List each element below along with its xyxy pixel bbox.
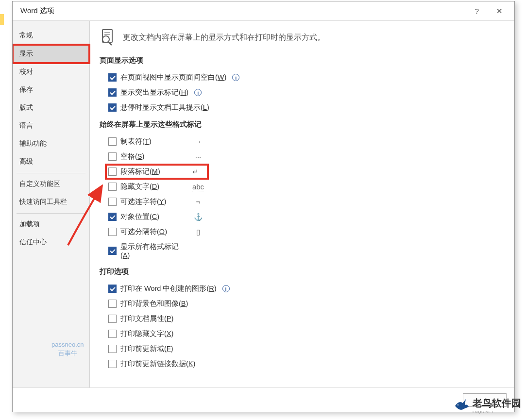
checkbox-tabs[interactable] <box>108 137 117 146</box>
content-description: 更改文档内容在屏幕上的显示方式和在打印时的显示方式。 <box>123 33 325 43</box>
option-drawings: 打印在 Word 中创建的图形(R)i <box>108 284 503 293</box>
option-white-space: 在页面视图中显示页面间空白(W)i <box>108 73 503 82</box>
sidebar-separator <box>17 213 85 214</box>
sidebar-item-display[interactable]: 显示 <box>13 45 89 63</box>
option-label[interactable]: 悬停时显示文档工具提示(L) <box>120 103 209 112</box>
checkbox-paragraph[interactable] <box>108 168 117 176</box>
watermark-left: passneo.cn 百事牛 <box>51 340 84 358</box>
sidebar-item-customize-ribbon[interactable]: 自定义功能区 <box>13 175 89 193</box>
option-label[interactable]: 空格(S) <box>120 152 144 161</box>
option-label[interactable]: 在页面视图中显示页面间空白(W) <box>120 73 226 82</box>
format-symbol: abc <box>191 183 205 191</box>
option-hidden-text: 隐藏文字(D)abc <box>108 182 205 191</box>
info-icon[interactable]: i <box>222 285 230 292</box>
option-label[interactable]: 打印文档属性(P) <box>120 314 173 323</box>
sidebar-item-accessibility[interactable]: 辅助功能 <box>13 135 89 153</box>
option-update-fields: 打印前更新域(F) <box>108 344 503 353</box>
watermark-left-line1: passneo.cn <box>51 340 84 349</box>
checkbox-spaces[interactable] <box>108 152 117 161</box>
format-symbol: ▯ <box>191 228 205 236</box>
sidebar-item-quick-access[interactable]: 快速访问工具栏 <box>13 193 89 211</box>
checkbox-object-anchors[interactable] <box>108 213 117 221</box>
sidebar-separator <box>17 173 85 173</box>
option-background: 打印背景色和图像(B) <box>108 299 503 308</box>
option-properties: 打印文档属性(P) <box>108 314 503 323</box>
content-header: 更改文档内容在屏幕上的显示方式和在打印时的显示方式。 <box>100 29 503 46</box>
option-update-links: 打印前更新链接数据(K) <box>108 359 503 369</box>
sidebar-item-addins[interactable]: 加载项 <box>13 216 89 234</box>
checkbox-show-all[interactable] <box>108 247 117 255</box>
option-label[interactable]: 显示突出显示标记(H) <box>120 88 188 97</box>
sidebar-item-save[interactable]: 保存 <box>13 81 89 99</box>
checkbox-optional-hyphens[interactable] <box>108 198 117 206</box>
option-label[interactable]: 显示所有格式标记(A) <box>120 242 187 259</box>
bird-icon <box>453 398 470 413</box>
checkbox-hidden[interactable] <box>108 330 117 338</box>
section-title-page-display: 页面显示选项 <box>100 56 503 65</box>
option-tooltips: 悬停时显示文档工具提示(L) <box>108 103 503 112</box>
background-yellow-marker <box>0 14 4 25</box>
checkbox-highlighter[interactable] <box>108 88 117 97</box>
format-symbol: → <box>191 137 205 146</box>
sidebar-item-advanced[interactable]: 高级 <box>13 153 89 171</box>
sidebar-item-trust-center[interactable]: 信任中心 <box>13 234 89 252</box>
sidebar-item-general[interactable]: 常规 <box>13 27 89 45</box>
option-label[interactable]: 隐藏文字(D) <box>120 182 159 191</box>
option-label[interactable]: 打印在 Word 中创建的图形(R) <box>120 284 217 293</box>
sidebar-item-language[interactable]: 语言 <box>13 117 89 135</box>
checkbox-optional-breaks[interactable] <box>108 228 117 236</box>
option-optional-breaks: 可选分隔符(O)▯ <box>108 227 205 236</box>
option-object-anchors: 对象位置(C)⚓ <box>108 212 205 221</box>
dialog-footer <box>13 387 514 412</box>
checkbox-background[interactable] <box>108 300 117 308</box>
option-highlighter: 显示突出显示标记(H)i <box>108 88 503 97</box>
sidebar-item-proofing[interactable]: 校对 <box>13 63 89 81</box>
option-label[interactable]: 可选连字符(Y) <box>120 197 166 206</box>
option-hidden: 打印隐藏文字(X) <box>108 329 503 338</box>
close-button[interactable]: ✕ <box>488 1 510 21</box>
watermark-right: 老鸟软件园 LNQS.NET <box>453 397 521 414</box>
checkbox-properties[interactable] <box>108 315 117 323</box>
format-symbol: ¬ <box>191 198 205 206</box>
titlebar: Word 选项 ? ✕ <box>13 1 514 21</box>
watermark-right-sub: LNQS.NET <box>473 410 521 414</box>
checkbox-tooltips[interactable] <box>108 103 117 112</box>
background-stub <box>0 0 4 420</box>
format-symbol: ⚓ <box>191 213 205 221</box>
checkbox-update-fields[interactable] <box>108 345 117 353</box>
content-pane: 更改文档内容在屏幕上的显示方式和在打印时的显示方式。 页面显示选项 在页面视图中… <box>90 21 514 387</box>
option-label[interactable]: 打印背景色和图像(B) <box>120 299 188 308</box>
word-options-dialog: Word 选项 ? ✕ 常规 显示 校对 保存 版式 语言 辅助功能 高级 自定… <box>12 1 515 412</box>
option-tabs: 制表符(T)→ <box>108 137 205 146</box>
option-paragraph: 段落标记(M)↵ <box>108 167 205 176</box>
option-label[interactable]: 打印前更新域(F) <box>120 344 173 353</box>
checkbox-drawings[interactable] <box>108 285 117 293</box>
option-spaces: 空格(S)··· <box>108 152 205 161</box>
section-title-formatting-marks: 始终在屏幕上显示这些格式标记 <box>100 120 503 129</box>
checkbox-update-links[interactable] <box>108 360 117 368</box>
watermark-left-line2: 百事牛 <box>51 349 84 358</box>
option-label[interactable]: 打印前更新链接数据(K) <box>120 359 195 369</box>
option-show-all: 显示所有格式标记(A) <box>108 242 205 259</box>
sidebar-item-layout[interactable]: 版式 <box>13 99 89 117</box>
section-title-printing: 打印选项 <box>100 267 503 276</box>
format-symbol: ··· <box>191 152 205 161</box>
format-symbol: ↵ <box>188 168 203 176</box>
option-optional-hyphens: 可选连字符(Y)¬ <box>108 197 205 206</box>
option-label[interactable]: 打印隐藏文字(X) <box>120 329 173 338</box>
dialog-body: 常规 显示 校对 保存 版式 语言 辅助功能 高级 自定义功能区 快速访问工具栏… <box>13 21 514 387</box>
checkbox-white-space[interactable] <box>108 73 117 82</box>
checkbox-hidden-text[interactable] <box>108 183 117 191</box>
sidebar: 常规 显示 校对 保存 版式 语言 辅助功能 高级 自定义功能区 快速访问工具栏… <box>13 21 90 387</box>
option-label[interactable]: 段落标记(M) <box>120 167 160 176</box>
page-magnifier-icon <box>100 29 116 46</box>
info-icon[interactable]: i <box>232 74 239 81</box>
svg-point-6 <box>457 404 458 405</box>
dialog-title: Word 选项 <box>20 6 466 16</box>
option-label[interactable]: 可选分隔符(O) <box>120 227 167 236</box>
option-label[interactable]: 对象位置(C) <box>120 212 159 221</box>
help-button[interactable]: ? <box>466 1 488 21</box>
watermark-right-main: 老鸟软件园 <box>473 397 521 410</box>
info-icon[interactable]: i <box>194 89 202 96</box>
option-label[interactable]: 制表符(T) <box>120 137 152 146</box>
